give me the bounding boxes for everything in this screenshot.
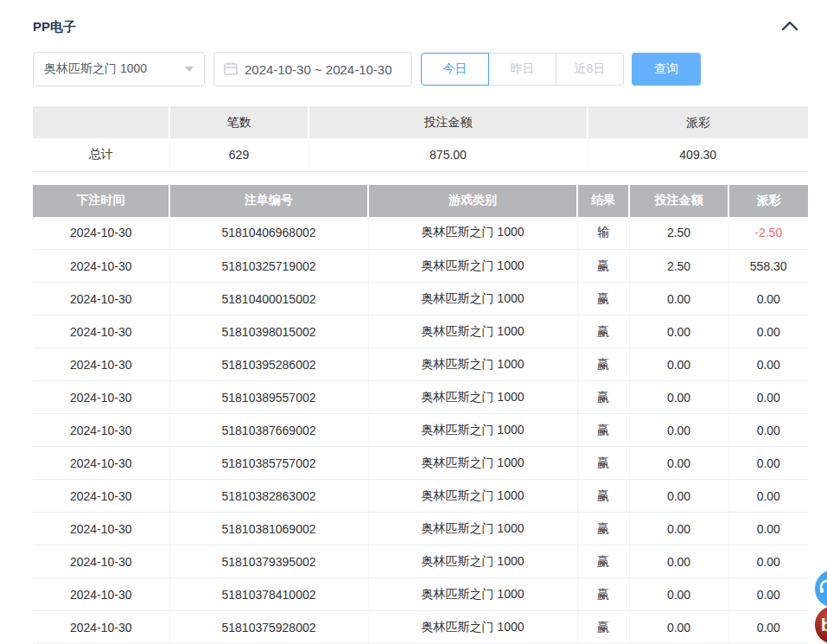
cell-bet-id: 51810378410002 (169, 578, 368, 611)
cell-result: 赢 (577, 283, 629, 316)
cell-bet-amount: 0.00 (629, 611, 728, 644)
cell-payout: 0.00 (728, 578, 808, 611)
cell-game: 奥林匹斯之门 1000 (368, 283, 577, 316)
cell-result: 赢 (577, 414, 629, 447)
cell-payout: 0.00 (728, 513, 808, 545)
panel-header: PP电子 (33, 17, 808, 36)
table-row: 2024-10-3051810382863002奥林匹斯之门 1000赢0.00… (33, 480, 808, 513)
cell-bet-id: 51810389557002 (169, 381, 368, 414)
cell-bet-id: 51810387669002 (169, 414, 368, 447)
cell-date: 2024-10-30 (33, 414, 169, 447)
cell-bet-amount: 0.00 (629, 578, 728, 611)
records-body: 2024-10-3051810406968002奥林匹斯之门 1000输2.50… (33, 217, 808, 644)
cell-game: 奥林匹斯之门 1000 (368, 217, 577, 250)
cell-bet-amount: 0.00 (629, 480, 728, 513)
summary-bet-amount: 875.00 (309, 138, 588, 171)
cell-bet-amount: 0.00 (629, 447, 728, 480)
cell-result: 赢 (577, 513, 629, 545)
cell-payout: -2.50 (728, 217, 808, 250)
cell-result: 赢 (577, 545, 629, 578)
calendar-icon (224, 61, 238, 78)
column-header: 游戏类别 (368, 185, 577, 217)
column-header (33, 106, 169, 138)
game-select[interactable]: 奥林匹斯之门 1000 (33, 52, 205, 86)
column-header: 下注时间 (33, 185, 169, 217)
customer-service-button[interactable] (815, 570, 827, 608)
query-button[interactable]: 查询 (632, 53, 701, 86)
column-header: 投注金额 (629, 185, 728, 217)
filter-bar: 奥林匹斯之门 1000 2024-10-30 ~ 2024-10-30 今日昨日… (33, 52, 808, 86)
summary-header-row: 笔数投注金额派彩 (33, 106, 808, 138)
summary-count: 629 (169, 138, 309, 171)
cell-date: 2024-10-30 (33, 348, 169, 381)
cell-bet-id: 51810325719002 (169, 250, 368, 283)
column-header: 派彩 (728, 185, 808, 217)
column-header: 结果 (577, 185, 629, 217)
cell-game: 奥林匹斯之门 1000 (368, 545, 577, 578)
cell-payout: 0.00 (728, 611, 808, 644)
cell-result: 赢 (577, 480, 629, 513)
cell-game: 奥林匹斯之门 1000 (368, 414, 577, 447)
summary-total-label: 总计 (33, 138, 169, 171)
cell-date: 2024-10-30 (33, 316, 169, 348)
table-row: 2024-10-3051810395286002奥林匹斯之门 1000赢0.00… (33, 348, 808, 381)
chevron-down-icon (185, 67, 194, 72)
cell-payout: 558.30 (728, 250, 808, 283)
cell-payout: 0.00 (728, 348, 808, 381)
cell-bet-id: 51810398015002 (169, 316, 368, 348)
cell-bet-id: 51810406968002 (169, 217, 368, 250)
page-title: PP电子 (33, 19, 76, 35)
records-header-row: 下注时间注单编号游戏类别结果投注金额派彩 (33, 185, 808, 217)
column-header: 派彩 (588, 106, 808, 138)
collapse-panel-button[interactable] (779, 19, 801, 35)
table-row: 2024-10-3051810387669002奥林匹斯之门 1000赢0.00… (33, 414, 808, 447)
chevron-up-icon (781, 21, 798, 34)
cell-payout: 0.00 (728, 381, 808, 414)
date-range-value: 2024-10-30 ~ 2024-10-30 (245, 62, 392, 77)
cell-result: 赢 (577, 348, 629, 381)
cell-bet-amount: 0.00 (629, 381, 728, 414)
cell-bet-amount: 2.50 (629, 217, 728, 250)
cell-result: 赢 (577, 578, 629, 611)
cell-date: 2024-10-30 (33, 611, 169, 644)
cell-result: 赢 (577, 250, 629, 283)
quick-range-last8days[interactable]: 近8日 (556, 53, 624, 86)
cell-bet-amount: 0.00 (629, 513, 728, 545)
cell-bet-amount: 0.00 (629, 348, 728, 381)
cell-date: 2024-10-30 (33, 217, 169, 250)
brand-floating-button[interactable]: b (815, 606, 827, 644)
cell-date: 2024-10-30 (33, 283, 169, 316)
table-row: 2024-10-3051810389557002奥林匹斯之门 1000赢0.00… (33, 381, 808, 414)
cell-bet-id: 51810385757002 (169, 447, 368, 480)
cell-payout: 0.00 (728, 414, 808, 447)
cell-game: 奥林匹斯之门 1000 (368, 578, 577, 611)
summary-table: 笔数投注金额派彩 总计 629 875.00 409.30 (33, 106, 808, 172)
headset-icon (818, 578, 827, 599)
cell-payout: 0.00 (728, 480, 808, 513)
cell-bet-id: 51810395286002 (169, 348, 368, 381)
quick-range-today[interactable]: 今日 (421, 53, 489, 86)
cell-bet-id: 51810375928002 (169, 611, 368, 644)
cell-date: 2024-10-30 (33, 381, 169, 414)
cell-payout: 0.00 (728, 283, 808, 316)
records-table: 下注时间注单编号游戏类别结果投注金额派彩 2024-10-30518104069… (33, 185, 808, 644)
cell-bet-id: 51810381069002 (169, 513, 368, 545)
cell-game: 奥林匹斯之门 1000 (368, 348, 577, 381)
cell-bet-id: 51810382863002 (169, 480, 368, 513)
cell-bet-amount: 0.00 (629, 414, 728, 447)
quick-range-yesterday[interactable]: 昨日 (488, 53, 557, 86)
table-row: 2024-10-3051810398015002奥林匹斯之门 1000赢0.00… (33, 316, 808, 348)
cell-game: 奥林匹斯之门 1000 (368, 611, 577, 644)
cell-result: 赢 (577, 316, 629, 348)
cell-result: 赢 (577, 381, 629, 414)
table-row: 2024-10-3051810325719002奥林匹斯之门 1000赢2.50… (33, 250, 808, 283)
column-header: 注单编号 (169, 185, 368, 217)
cell-bet-amount: 0.00 (629, 283, 728, 316)
cell-result: 赢 (577, 611, 629, 644)
cell-game: 奥林匹斯之门 1000 (368, 316, 577, 348)
cell-game: 奥林匹斯之门 1000 (368, 480, 577, 513)
cell-bet-id: 51810379395002 (169, 545, 368, 578)
brand-letter: b (821, 615, 827, 635)
cell-payout: 0.00 (728, 316, 808, 348)
date-range-input[interactable]: 2024-10-30 ~ 2024-10-30 (213, 52, 412, 86)
